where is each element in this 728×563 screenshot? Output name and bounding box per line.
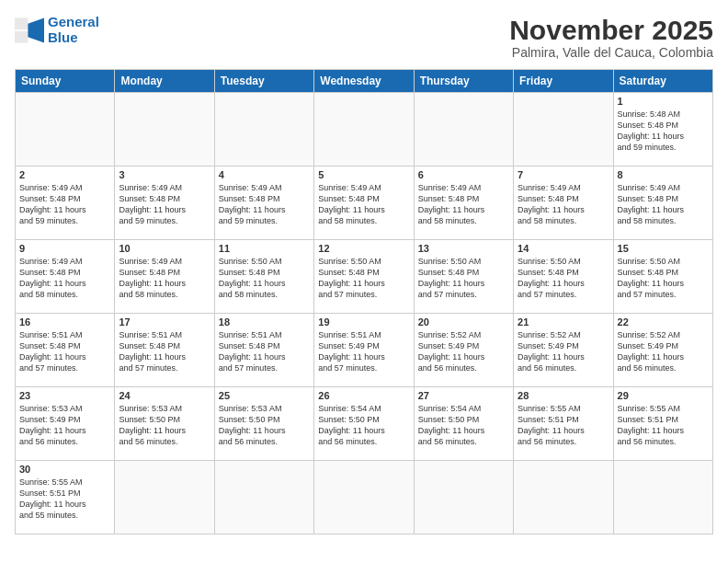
day-number: 11 [219, 243, 310, 254]
day-info: Sunrise: 5:52 AM Sunset: 5:49 PM Dayligh… [618, 329, 709, 374]
day-number: 9 [19, 243, 110, 254]
day-number: 4 [219, 169, 310, 180]
day-info: Sunrise: 5:52 AM Sunset: 5:49 PM Dayligh… [418, 329, 509, 374]
calendar-table: SundayMondayTuesdayWednesdayThursdayFrid… [15, 69, 713, 534]
calendar-cell [214, 93, 313, 167]
calendar-cell: 17Sunrise: 5:51 AM Sunset: 5:48 PM Dayli… [115, 314, 214, 387]
day-number: 27 [418, 390, 509, 401]
day-number: 16 [19, 316, 110, 327]
calendar-cell: 7Sunrise: 5:49 AM Sunset: 5:48 PM Daylig… [514, 167, 613, 240]
calendar-cell [16, 93, 115, 167]
calendar-cell: 18Sunrise: 5:51 AM Sunset: 5:48 PM Dayli… [214, 314, 313, 387]
calendar-cell [414, 461, 513, 534]
day-number: 5 [318, 169, 409, 180]
calendar-cell: 8Sunrise: 5:49 AM Sunset: 5:48 PM Daylig… [613, 167, 712, 240]
day-info: Sunrise: 5:51 AM Sunset: 5:48 PM Dayligh… [119, 329, 210, 374]
calendar-cell [514, 93, 613, 167]
day-number: 13 [418, 243, 509, 254]
svg-rect-1 [15, 30, 28, 42]
day-info: Sunrise: 5:53 AM Sunset: 5:50 PM Dayligh… [219, 403, 310, 448]
day-number: 25 [219, 390, 310, 401]
day-number: 18 [219, 316, 310, 327]
calendar-week-2: 2Sunrise: 5:49 AM Sunset: 5:48 PM Daylig… [16, 167, 713, 240]
calendar-cell: 14Sunrise: 5:50 AM Sunset: 5:48 PM Dayli… [514, 240, 613, 314]
day-info: Sunrise: 5:49 AM Sunset: 5:48 PM Dayligh… [618, 182, 709, 227]
day-header-friday: Friday [514, 70, 613, 93]
calendar-cell: 24Sunrise: 5:53 AM Sunset: 5:50 PM Dayli… [115, 387, 214, 461]
day-number: 2 [19, 169, 110, 180]
day-number: 3 [119, 169, 210, 180]
svg-marker-2 [28, 17, 44, 42]
day-info: Sunrise: 5:53 AM Sunset: 5:49 PM Dayligh… [19, 403, 110, 448]
day-header-thursday: Thursday [414, 70, 513, 93]
calendar-cell: 11Sunrise: 5:50 AM Sunset: 5:48 PM Dayli… [214, 240, 313, 314]
calendar-cell: 9Sunrise: 5:49 AM Sunset: 5:48 PM Daylig… [16, 240, 115, 314]
day-info: Sunrise: 5:49 AM Sunset: 5:48 PM Dayligh… [19, 256, 110, 301]
day-number: 19 [318, 316, 409, 327]
calendar-week-3: 9Sunrise: 5:49 AM Sunset: 5:48 PM Daylig… [16, 240, 713, 314]
day-number: 10 [119, 243, 210, 254]
calendar-cell: 12Sunrise: 5:50 AM Sunset: 5:48 PM Dayli… [314, 240, 414, 314]
calendar-cell: 27Sunrise: 5:54 AM Sunset: 5:50 PM Dayli… [414, 387, 513, 461]
calendar-week-5: 23Sunrise: 5:53 AM Sunset: 5:49 PM Dayli… [16, 387, 713, 461]
day-header-sunday: Sunday [16, 70, 115, 93]
day-number: 21 [518, 316, 609, 327]
day-info: Sunrise: 5:49 AM Sunset: 5:48 PM Dayligh… [119, 256, 210, 301]
calendar-cell: 13Sunrise: 5:50 AM Sunset: 5:48 PM Dayli… [414, 240, 513, 314]
day-number: 26 [318, 390, 409, 401]
calendar-cell: 20Sunrise: 5:52 AM Sunset: 5:49 PM Dayli… [414, 314, 513, 387]
day-info: Sunrise: 5:54 AM Sunset: 5:50 PM Dayligh… [318, 403, 409, 448]
calendar-cell: 5Sunrise: 5:49 AM Sunset: 5:48 PM Daylig… [314, 167, 414, 240]
day-info: Sunrise: 5:49 AM Sunset: 5:48 PM Dayligh… [19, 182, 110, 227]
day-info: Sunrise: 5:50 AM Sunset: 5:48 PM Dayligh… [618, 256, 709, 301]
day-info: Sunrise: 5:49 AM Sunset: 5:48 PM Dayligh… [418, 182, 509, 227]
day-info: Sunrise: 5:55 AM Sunset: 5:51 PM Dayligh… [618, 403, 709, 448]
calendar-week-4: 16Sunrise: 5:51 AM Sunset: 5:48 PM Dayli… [16, 314, 713, 387]
day-number: 24 [119, 390, 210, 401]
calendar-cell: 26Sunrise: 5:54 AM Sunset: 5:50 PM Dayli… [314, 387, 414, 461]
day-header-monday: Monday [115, 70, 214, 93]
calendar-cell: 21Sunrise: 5:52 AM Sunset: 5:49 PM Dayli… [514, 314, 613, 387]
calendar-cell: 28Sunrise: 5:55 AM Sunset: 5:51 PM Dayli… [514, 387, 613, 461]
calendar-body: 1Sunrise: 5:48 AM Sunset: 5:48 PM Daylig… [16, 93, 713, 534]
day-number: 22 [618, 316, 709, 327]
day-info: Sunrise: 5:50 AM Sunset: 5:48 PM Dayligh… [318, 256, 409, 301]
day-info: Sunrise: 5:54 AM Sunset: 5:50 PM Dayligh… [418, 403, 509, 448]
calendar-cell [514, 461, 613, 534]
calendar-cell: 1Sunrise: 5:48 AM Sunset: 5:48 PM Daylig… [613, 93, 712, 167]
day-header-saturday: Saturday [613, 70, 712, 93]
day-number: 23 [19, 390, 110, 401]
calendar-week-1: 1Sunrise: 5:48 AM Sunset: 5:48 PM Daylig… [16, 93, 713, 167]
svg-rect-0 [15, 17, 28, 29]
calendar-cell: 15Sunrise: 5:50 AM Sunset: 5:48 PM Dayli… [613, 240, 712, 314]
day-info: Sunrise: 5:51 AM Sunset: 5:48 PM Dayligh… [19, 329, 110, 374]
day-info: Sunrise: 5:49 AM Sunset: 5:48 PM Dayligh… [119, 182, 210, 227]
day-header-wednesday: Wednesday [314, 70, 414, 93]
calendar-cell: 10Sunrise: 5:49 AM Sunset: 5:48 PM Dayli… [115, 240, 214, 314]
day-number: 17 [119, 316, 210, 327]
logo: General Blue [15, 15, 99, 45]
day-info: Sunrise: 5:51 AM Sunset: 5:49 PM Dayligh… [318, 329, 409, 374]
logo-text: General Blue [48, 15, 99, 45]
calendar-cell [613, 461, 712, 534]
location-subtitle: Palmira, Valle del Cauca, Colombia [509, 45, 713, 60]
day-info: Sunrise: 5:49 AM Sunset: 5:48 PM Dayligh… [219, 182, 310, 227]
calendar-cell: 6Sunrise: 5:49 AM Sunset: 5:48 PM Daylig… [414, 167, 513, 240]
day-number: 8 [618, 169, 709, 180]
logo-icon [15, 17, 44, 43]
day-info: Sunrise: 5:51 AM Sunset: 5:48 PM Dayligh… [219, 329, 310, 374]
day-info: Sunrise: 5:53 AM Sunset: 5:50 PM Dayligh… [119, 403, 210, 448]
day-info: Sunrise: 5:55 AM Sunset: 5:51 PM Dayligh… [19, 477, 110, 522]
calendar-cell: 3Sunrise: 5:49 AM Sunset: 5:48 PM Daylig… [115, 167, 214, 240]
day-number: 30 [19, 464, 110, 475]
day-number: 28 [518, 390, 609, 401]
calendar-cell: 23Sunrise: 5:53 AM Sunset: 5:49 PM Dayli… [16, 387, 115, 461]
calendar-cell [214, 461, 313, 534]
calendar-cell: 29Sunrise: 5:55 AM Sunset: 5:51 PM Dayli… [613, 387, 712, 461]
calendar-cell [115, 93, 214, 167]
calendar-cell: 19Sunrise: 5:51 AM Sunset: 5:49 PM Dayli… [314, 314, 414, 387]
day-info: Sunrise: 5:49 AM Sunset: 5:48 PM Dayligh… [318, 182, 409, 227]
calendar-cell: 25Sunrise: 5:53 AM Sunset: 5:50 PM Dayli… [214, 387, 313, 461]
calendar-cell [115, 461, 214, 534]
calendar-cell [314, 461, 414, 534]
